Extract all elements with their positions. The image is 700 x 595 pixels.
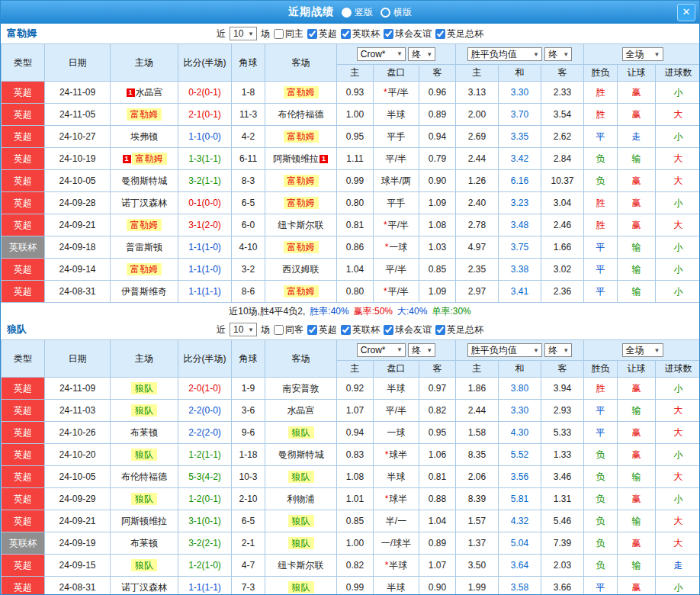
avg-home-odds: 2.06	[456, 466, 499, 488]
match-row: 英超24-09-28诺丁汉森林0-1(0-0)6-5富勒姆0.80平手1.092…	[2, 192, 700, 214]
league-checkbox-facup[interactable]: 英足总杯	[435, 323, 483, 336]
avg-odds-select[interactable]: 胜平负均值▼	[467, 343, 542, 357]
result-mark: 负	[584, 466, 618, 488]
match-scope-select[interactable]: 全场▼	[622, 47, 663, 61]
col-header-corner: 角球	[232, 340, 265, 378]
result-header: 全场▼	[584, 44, 700, 65]
odds-time-select[interactable]: 终▼	[408, 343, 435, 357]
goals-result-mark: 小	[656, 126, 700, 148]
same-venue-checkbox[interactable]: 同主	[274, 27, 303, 40]
score: 1-2(1-0)	[178, 555, 232, 577]
league-checkbox-facup-input[interactable]	[435, 29, 445, 39]
match-count-select[interactable]: 10▼	[230, 323, 257, 336]
col-header-odds-home: 主	[337, 65, 374, 82]
same-venue-checkbox-input[interactable]	[274, 29, 284, 39]
same-venue-checkbox-input[interactable]	[274, 325, 284, 335]
handicap-result-mark: 赢	[618, 104, 656, 126]
team-highlight: 狼队	[288, 515, 314, 527]
handicap-result-mark: 输	[618, 510, 656, 532]
away-team: 利物浦	[265, 488, 337, 510]
col-header-avg-draw: 和	[499, 361, 541, 378]
radio-horizontal-label: 横版	[393, 6, 412, 19]
match-scope-select[interactable]: 全场▼	[622, 343, 663, 357]
close-button[interactable]: ✕	[677, 4, 695, 21]
away-odds: 0.95	[419, 422, 456, 444]
avg-odds-time-select-value: 终	[548, 344, 557, 357]
handicap-odds-header: Crow*▼ 终▼	[337, 44, 456, 65]
bookmaker-select[interactable]: Crow*▼	[357, 343, 406, 357]
avg-draw-odds: 3.42	[499, 148, 541, 170]
league-checkbox-eflcup[interactable]: 英联杯	[341, 27, 380, 40]
home-team: 1富勒姆	[111, 148, 178, 170]
layout-horizontal-radio[interactable]: 横版	[381, 6, 412, 19]
col-header-away: 客场	[265, 340, 337, 378]
dropdown-arrow-icon: ▼	[563, 51, 569, 58]
results-table: 类型 日期 主场 比分(半场) 角球 客场 Crow*▼ 终▼ 胜平负均值▼ 终…	[1, 43, 700, 303]
away-odds: 1.06	[419, 444, 456, 466]
league-checkbox-eflcup-input[interactable]	[341, 29, 351, 39]
avg-home-odds: 1.99	[456, 577, 499, 595]
layout-vertical-radio[interactable]: 竖版	[342, 6, 373, 19]
away-team: 富勒姆	[265, 281, 337, 303]
handicap-line: *平/半	[374, 281, 419, 303]
league-checkbox-epl-input[interactable]	[307, 29, 317, 39]
avg-draw-odds: 4.32	[499, 510, 541, 532]
match-count-select[interactable]: 10▼	[230, 27, 257, 40]
league-checkbox-facup-input[interactable]	[435, 325, 445, 335]
goals-result-mark: 大	[656, 466, 700, 488]
away-team: 狼队	[265, 510, 337, 532]
match-date: 24-09-14	[45, 259, 111, 281]
home-odds: 1.01	[337, 488, 374, 510]
avg-odds-select[interactable]: 胜平负均值▼	[467, 47, 542, 61]
corner-count: 6-0	[232, 214, 265, 236]
handicap-line: 球半/两	[374, 170, 419, 192]
team-highlight: 富勒姆	[284, 241, 319, 253]
handicap-line: 半球	[374, 577, 419, 595]
away-team: 西汉姆联	[265, 259, 337, 281]
match-row: 英超24-11-03狼队2-2(0-0)3-6水晶宫1.07平/半0.822.4…	[2, 400, 700, 422]
corner-count: 6-5	[232, 510, 265, 532]
team-highlight: 富勒姆	[127, 263, 162, 275]
avg-odds-time-select[interactable]: 终▼	[544, 47, 572, 61]
home-odds: 0.99	[337, 577, 374, 595]
league-checkbox-epl[interactable]: 英超	[307, 323, 337, 336]
avg-draw-odds: 5.52	[499, 444, 541, 466]
league-checkbox-friendly-input[interactable]	[384, 29, 393, 39]
goals-result-mark: 大	[656, 532, 700, 555]
match-row: 英超24-09-21富勒姆3-1(2-0)6-0纽卡斯尔联0.81*平/半1.0…	[2, 214, 700, 236]
bookmaker-select[interactable]: Crow*▼	[357, 47, 406, 61]
goals-result-mark: 小	[656, 378, 700, 400]
league-checkbox-friendly[interactable]: 球会友谊	[384, 27, 432, 40]
window-title: 近期战绩	[288, 5, 334, 19]
away-team: 布伦特福德	[265, 104, 337, 126]
avg-odds-time-select[interactable]: 终▼	[544, 343, 572, 357]
match-row: 英超24-10-05曼彻斯特城3-2(1-1)8-3富勒姆0.99球半/两0.9…	[2, 170, 700, 192]
result-header: 全场▼	[584, 340, 700, 361]
league-checkbox-friendly[interactable]: 球会友谊	[384, 323, 432, 336]
team-name: 富勒姆	[7, 27, 37, 40]
handicap-result-mark: 输	[618, 555, 656, 577]
avg-away-odds: 10.37	[541, 170, 584, 192]
home-odds: 0.93	[337, 82, 374, 104]
cover-rate: 赢率:50%	[354, 305, 393, 318]
odds-time-select[interactable]: 终▼	[408, 47, 435, 61]
league-checkbox-friendly-input[interactable]	[384, 325, 393, 335]
corner-count: 11-3	[232, 104, 265, 126]
league-checkbox-epl[interactable]: 英超	[307, 27, 337, 40]
league-checkbox-facup[interactable]: 英足总杯	[435, 27, 483, 40]
same-venue-checkbox[interactable]: 同客	[274, 323, 303, 336]
home-odds: 0.85	[337, 510, 374, 532]
league-checkbox-eflcup-input[interactable]	[341, 325, 351, 335]
corner-count: 1-18	[232, 444, 265, 466]
handicap-result-mark: 赢	[618, 488, 656, 510]
team-highlight: 富勒姆	[284, 86, 319, 98]
dropdown-arrow-icon: ▼	[248, 31, 254, 37]
result-mark: 胜	[584, 192, 618, 214]
corner-count: 9-6	[232, 422, 265, 444]
handicap-line: 平/半	[374, 400, 419, 422]
score: 2-1(0-1)	[178, 104, 232, 126]
league-checkbox-epl-input[interactable]	[307, 325, 317, 335]
match-row: 英超24-09-29狼队1-2(0-1)2-10利物浦1.01*球半0.888.…	[2, 488, 700, 510]
league-checkbox-eflcup[interactable]: 英联杯	[341, 323, 380, 336]
win-rate: 胜率:40%	[310, 305, 348, 318]
